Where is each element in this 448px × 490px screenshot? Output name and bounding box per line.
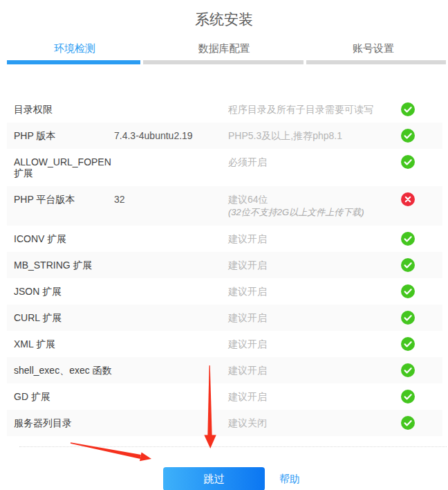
check-value [114, 252, 228, 267]
page-title: 系统安装 [0, 0, 448, 27]
check-value [114, 305, 228, 320]
check-hint-text: 建议开启 [228, 233, 401, 244]
check-hint: PHP5.3及以上,推荐php8.1 [228, 122, 401, 149]
check-status [401, 252, 415, 278]
check-note: (32位不支持2G以上文件上传下载) [228, 207, 401, 218]
tab-account-settings[interactable]: 账号设置 [299, 43, 448, 54]
check-hint-text: 建议64位 [228, 194, 401, 205]
check-icon [401, 258, 415, 272]
check-hint: 建议开启 [228, 357, 401, 383]
check-name: MB_STRING 扩展 [7, 252, 114, 278]
check-row: shell_exec、exec 函数 建议开启 [7, 357, 442, 383]
check-row: PHP 版本 7.4.3-4ubuntu2.19 PHP5.3及以上,推荐php… [7, 122, 442, 149]
check-status [401, 96, 415, 122]
check-name: CURL 扩展 [7, 305, 114, 331]
check-value [114, 383, 228, 399]
check-hint-text: 必须开启 [228, 156, 401, 167]
check-value [114, 410, 228, 425]
check-status [401, 383, 415, 410]
check-hint: 建议开启 [228, 383, 401, 410]
check-row: ALLOW_URL_FOPEN 扩展 必须开启 [7, 149, 442, 186]
check-status [401, 410, 415, 436]
check-value [114, 331, 228, 346]
check-icon [401, 337, 415, 351]
check-status [401, 226, 415, 252]
check-value [114, 357, 228, 372]
check-hint-text: 建议开启 [228, 391, 401, 402]
progress-segment-active [7, 60, 140, 64]
check-icon [401, 102, 415, 116]
check-icon [401, 311, 415, 325]
check-value [114, 96, 228, 111]
skip-button[interactable]: 跳过 [163, 467, 265, 490]
progress-segment-2 [143, 60, 304, 64]
check-icon [401, 155, 415, 169]
check-name: 服务器列目录 [7, 410, 114, 436]
check-hint: 建议关闭 [228, 410, 401, 436]
check-status [401, 305, 415, 331]
check-hint-text: 程序目录及所有子目录需要可读写 [228, 104, 401, 115]
check-icon [401, 129, 415, 143]
check-name: PHP 版本 [7, 122, 114, 149]
check-status [401, 149, 415, 175]
check-hint: 程序目录及所有子目录需要可读写 [228, 96, 401, 122]
check-row: 目录权限 程序目录及所有子目录需要可读写 [7, 96, 442, 122]
check-hint-text: 建议关闭 [228, 417, 401, 428]
check-name: shell_exec、exec 函数 [7, 357, 114, 383]
check-icon [401, 390, 415, 403]
check-status [401, 278, 415, 305]
check-name: ALLOW_URL_FOPEN 扩展 [7, 149, 114, 186]
check-icon [401, 232, 415, 246]
check-hint: 建议开启 [228, 252, 401, 278]
check-row: GD 扩展 建议开启 [7, 383, 442, 410]
footer-actions: 跳过 帮助 [163, 467, 448, 490]
check-hint-text: 建议开启 [228, 365, 401, 376]
check-hint: 建议开启 [228, 226, 401, 252]
check-hint-text: 建议开启 [228, 338, 401, 350]
check-status [401, 186, 415, 212]
check-hint: 建议开启 [228, 305, 401, 331]
check-name: ICONV 扩展 [7, 226, 114, 252]
check-name: PHP 平台版本 [7, 186, 114, 212]
check-icon [401, 363, 415, 377]
check-icon [401, 416, 415, 430]
check-hint: 建议开启 [228, 331, 401, 357]
check-status [401, 122, 415, 149]
check-hint: 建议开启 [228, 278, 401, 305]
check-value [114, 226, 228, 241]
check-name: JSON 扩展 [7, 278, 114, 305]
check-value [114, 149, 228, 164]
step-progress-bar [7, 60, 446, 64]
diagonal-arrow-annotation [71, 442, 151, 461]
installer-window: 系统安装 环境检测 数据库配置 账号设置 目录权限 程序目录及所有子目录需要可读… [0, 0, 448, 490]
env-check-table: 目录权限 程序目录及所有子目录需要可读写 PHP 版本 7.4.3-4ubunt… [0, 96, 448, 436]
check-value: 32 [114, 186, 228, 212]
check-row: JSON 扩展 建议开启 [7, 278, 442, 305]
check-status [401, 331, 415, 357]
check-row: PHP 平台版本 32 建议64位 (32位不支持2G以上文件上传下载) [7, 186, 442, 226]
cross-icon [401, 192, 415, 206]
check-hint-text: 建议开启 [228, 312, 401, 323]
check-hint-text: 建议开启 [228, 260, 401, 271]
check-value: 7.4.3-4ubuntu2.19 [114, 122, 228, 149]
check-name: GD 扩展 [7, 383, 114, 410]
check-hint-text: PHP5.3及以上,推荐php8.1 [228, 130, 401, 141]
check-row: MB_STRING 扩展 建议开启 [7, 252, 442, 278]
check-row: CURL 扩展 建议开启 [7, 305, 442, 331]
tab-env-check[interactable]: 环境检测 [0, 43, 149, 54]
help-link[interactable]: 帮助 [279, 473, 300, 486]
check-name: 目录权限 [7, 96, 114, 122]
check-name: XML 扩展 [7, 331, 114, 357]
check-hint: 必须开启 [228, 149, 401, 175]
check-row: 服务器列目录 建议关闭 [7, 410, 442, 436]
dotted-divider [19, 446, 447, 447]
tab-database-config[interactable]: 数据库配置 [149, 43, 299, 54]
tab-bar: 环境检测 数据库配置 账号设置 [0, 43, 448, 54]
check-status [401, 357, 415, 383]
check-hint: 建议64位 (32位不支持2G以上文件上传下载) [228, 186, 401, 226]
check-icon [401, 284, 415, 298]
check-row: XML 扩展 建议开启 [7, 331, 442, 357]
progress-segment-3 [306, 60, 446, 64]
check-hint-text: 建议开启 [228, 286, 401, 297]
check-row: ICONV 扩展 建议开启 [7, 226, 442, 252]
